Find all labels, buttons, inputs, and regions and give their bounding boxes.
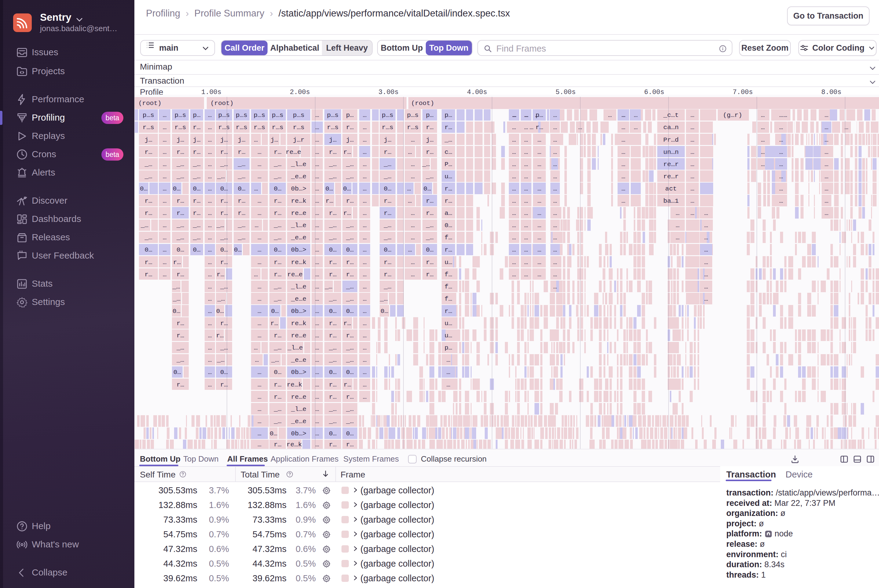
svg-text:…: …: [407, 185, 411, 192]
svg-text:…: …: [538, 210, 541, 217]
svg-text:_c…t: _c…t: [663, 112, 679, 119]
svg-text:…: …: [779, 136, 783, 144]
svg-text:…: …: [208, 344, 212, 351]
svg-text:r…: r…: [177, 148, 184, 156]
svg-text:p…s: p…s: [327, 112, 339, 119]
svg-text:re…e: re…e: [285, 148, 301, 156]
svg-text:_e…e: _e…e: [291, 173, 307, 180]
svg-text:_l…e: _l…e: [291, 284, 307, 290]
svg-text:r…: r…: [273, 210, 281, 217]
svg-text:…: …: [257, 441, 261, 448]
svg-text:…: …: [704, 271, 708, 278]
svg-text:p…s: p…s: [382, 112, 394, 119]
svg-text:r…: r…: [193, 210, 200, 217]
svg-text:…: …: [553, 173, 557, 180]
svg-text:…: …: [208, 161, 212, 168]
svg-text:_…: _…: [383, 234, 391, 241]
svg-text:u…: u…: [445, 173, 452, 180]
svg-text:r…: r…: [343, 210, 351, 217]
svg-text:_…: _…: [383, 173, 391, 180]
svg-text:_…: _…: [329, 406, 337, 413]
svg-text:…: …: [704, 222, 708, 229]
svg-text:…: …: [208, 320, 212, 327]
svg-text:…: …: [512, 234, 516, 241]
svg-text:0…: 0…: [346, 246, 354, 254]
svg-text:…: …: [208, 332, 212, 339]
svg-text:…: …: [208, 136, 212, 144]
svg-text:…: …: [825, 173, 829, 180]
svg-text:r…: r…: [445, 124, 452, 131]
svg-text:_…: _…: [273, 406, 281, 413]
svg-text:_…: _…: [425, 234, 433, 241]
svg-text:r…: r…: [237, 198, 245, 204]
svg-text:r…: r…: [177, 332, 184, 339]
svg-text:…: …: [363, 136, 367, 144]
svg-text:a…: a…: [445, 210, 452, 217]
svg-text:r…: r…: [237, 148, 245, 156]
svg-text:…: …: [208, 284, 212, 290]
svg-text:…: …: [622, 136, 625, 144]
svg-text:_…: _…: [383, 284, 391, 290]
svg-text:…: …: [512, 185, 516, 192]
svg-text:r…s: r…s: [143, 124, 154, 131]
svg-text:_…: _…: [346, 284, 354, 290]
svg-text:r…s: r…s: [407, 124, 419, 131]
svg-text:…: …: [363, 148, 367, 156]
svg-text:r…: r…: [426, 148, 433, 156]
svg-text:r…: r…: [535, 124, 543, 131]
svg-text:…: …: [553, 271, 557, 278]
svg-text:…: …: [208, 210, 212, 217]
svg-text:…: …: [524, 222, 528, 229]
svg-text:0…: 0…: [173, 185, 180, 192]
svg-text:…: …: [512, 136, 516, 144]
svg-text:…: …: [524, 173, 528, 180]
svg-text:…: …: [363, 393, 367, 400]
svg-text:_…: _…: [346, 234, 354, 241]
svg-text:r…: r…: [237, 210, 245, 217]
svg-text:_…: _…: [217, 173, 225, 180]
svg-text:p…: p…: [346, 112, 354, 119]
svg-text:…: …: [163, 246, 167, 254]
svg-text:…: …: [208, 112, 212, 119]
svg-text:r…: r…: [384, 148, 391, 156]
svg-text:…: …: [524, 210, 528, 217]
svg-text:re…r: re…r: [663, 161, 679, 168]
svg-text:_…: _…: [346, 406, 354, 413]
svg-text:_…: _…: [176, 357, 184, 364]
svg-text:…: …: [704, 234, 708, 241]
svg-text:_…: _…: [329, 234, 337, 241]
svg-text:r…: r…: [144, 259, 152, 266]
svg-text:_…: _…: [329, 173, 337, 180]
svg-text:_…: _…: [172, 284, 180, 290]
svg-text:…: …: [208, 271, 212, 278]
svg-text:…: …: [315, 124, 319, 131]
svg-text:_…: _…: [444, 136, 452, 144]
svg-text:re…e: re…e: [291, 393, 307, 400]
svg-text:r…: r…: [273, 332, 281, 339]
svg-text:…: …: [363, 344, 367, 351]
svg-text:…: …: [553, 246, 557, 254]
svg-text:r…: r…: [144, 198, 152, 204]
svg-text:r…: r…: [346, 259, 354, 266]
svg-text:…: …: [257, 406, 261, 413]
svg-text:…: …: [208, 308, 212, 315]
svg-text:0…: 0…: [329, 369, 337, 376]
svg-text:r…: r…: [426, 259, 433, 266]
svg-text:…: …: [411, 161, 415, 168]
svg-text:…: …: [257, 320, 261, 327]
svg-text:j…: j…: [384, 136, 391, 144]
svg-text:r…: r…: [445, 246, 452, 254]
svg-text:r…: r…: [346, 332, 354, 339]
svg-text:…: …: [761, 124, 765, 131]
svg-text:r…: r…: [329, 210, 337, 217]
svg-text:_e…e: _e…e: [291, 418, 307, 425]
svg-text:…: …: [704, 259, 708, 266]
svg-text:…: …: [363, 259, 367, 266]
svg-text:_l…e: _l…e: [291, 222, 307, 229]
svg-text:…: …: [691, 124, 694, 131]
svg-text:…: …: [254, 136, 258, 144]
svg-text:…: …: [208, 246, 212, 254]
svg-text:…: …: [315, 259, 319, 266]
svg-text:…: …: [411, 259, 415, 266]
svg-text:r…: r…: [384, 210, 391, 217]
